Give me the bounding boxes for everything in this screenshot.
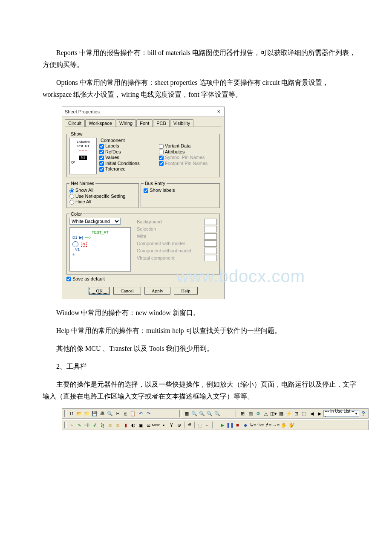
create-component-icon[interactable]: △: [262, 410, 269, 417]
capture-area-icon[interactable]: ⬚: [300, 410, 308, 417]
paragraph-reports: Reports 中常用的报告操作有：bill of materials 电路图使…: [43, 47, 358, 71]
undo-icon[interactable]: ↶: [137, 410, 144, 417]
spreadsheet-icon[interactable]: ▤: [247, 410, 254, 417]
grip-icon[interactable]: [236, 410, 238, 417]
copy-icon[interactable]: ⎘: [122, 410, 129, 417]
swatch-background[interactable]: [204, 219, 217, 225]
save-icon[interactable]: 💾: [91, 410, 98, 417]
stop-icon[interactable]: ■: [234, 422, 241, 429]
diode-icon[interactable]: ⊣⊦: [84, 422, 91, 429]
breakpoint-remove-icon[interactable]: ✋̸: [288, 422, 295, 429]
paste-icon[interactable]: 📋: [130, 410, 137, 417]
in-use-list-select[interactable]: --- In Use List ---▼: [323, 410, 359, 417]
advanced-icon[interactable]: ▪: [160, 422, 167, 429]
step-to-icon[interactable]: →≡: [272, 422, 280, 429]
help-icon[interactable]: ?: [360, 410, 367, 417]
misc-digital-icon[interactable]: ▮: [122, 422, 129, 429]
net-names-group: Net Names Show All Use Net-specific Sett…: [66, 181, 139, 208]
help-button[interactable]: Help: [174, 287, 197, 295]
forward-annotate-icon[interactable]: ▶: [316, 410, 323, 417]
source-icon[interactable]: ÷: [68, 422, 75, 429]
chk-refdes[interactable]: RefDes: [99, 149, 157, 155]
tab-font[interactable]: Font: [136, 119, 153, 127]
zoom-area-icon[interactable]: 🔍: [206, 410, 213, 417]
toolbar-screenshot: 🗋 📂 📁 💾 🖶 🔍 ✂ ⎘ 📋 ↶ ↷ ▦ 🔍 🔍 🔍 🔍 ⊞ ▤ ⚙ △ …: [62, 408, 369, 430]
basic-icon[interactable]: ∿: [76, 422, 83, 429]
radio-net-specific[interactable]: Use Net-specific Setting: [69, 194, 136, 199]
cut-icon[interactable]: ✂: [114, 410, 121, 417]
chk-values[interactable]: Values: [99, 155, 157, 160]
apply-button[interactable]: Apply: [144, 287, 171, 295]
pause-icon[interactable]: ❚❚: [226, 422, 233, 429]
hierarchy-icon[interactable]: ⬚: [196, 422, 203, 429]
chk-attributes[interactable]: Attributes: [159, 149, 217, 155]
chk-footprint-pin-names[interactable]: Footprint Pin Names: [159, 161, 217, 166]
grip-icon[interactable]: [64, 422, 67, 428]
chk-save-default[interactable]: Save as default: [66, 276, 220, 282]
open-icon[interactable]: 📂: [76, 410, 83, 417]
indicator-icon[interactable]: ▣: [137, 422, 144, 429]
tab-workspace[interactable]: Workspace: [85, 119, 115, 127]
ttl-icon[interactable]: ⧈: [107, 422, 114, 429]
rf-icon[interactable]: Y: [168, 422, 175, 429]
electromech-icon[interactable]: ⊕: [176, 422, 183, 429]
erc-icon[interactable]: ⊡: [293, 410, 300, 417]
tab-wiring[interactable]: Wiring: [116, 119, 136, 127]
design-toolbox-icon[interactable]: ⊞: [239, 410, 247, 417]
radio-show-all[interactable]: Show All: [69, 188, 136, 193]
redo-icon[interactable]: ↷: [145, 410, 152, 417]
postprocessor-icon[interactable]: ⚡: [285, 410, 292, 417]
print-preview-icon[interactable]: 🔍: [107, 410, 114, 417]
ok-button[interactable]: OK: [89, 287, 110, 295]
chk-initial-conditions[interactable]: Initial Conditions: [99, 161, 157, 166]
paragraph-other: 其他的像 MCU 、Transfer 以及 Tools 我们很少用到。: [43, 343, 358, 355]
cancel-button[interactable]: Cancel: [113, 287, 141, 295]
chk-bus-show-labels[interactable]: Show labels: [144, 188, 217, 193]
zoom-full-icon[interactable]: 🔍: [214, 410, 221, 417]
analysis-icon[interactable]: ▦: [277, 410, 285, 417]
zoom-in-icon[interactable]: 🔍: [191, 410, 198, 417]
tab-pcb[interactable]: PCB: [153, 119, 170, 127]
zoom-fit-icon[interactable]: ▦: [183, 410, 190, 417]
swatch-virtual[interactable]: [204, 255, 217, 261]
tab-strip: Circuit Workspace Wiring Font PCB Visibi…: [62, 117, 224, 127]
misc-icon[interactable]: MISC: [153, 422, 160, 429]
mixed-icon[interactable]: ◐: [130, 422, 137, 429]
database-manager-icon[interactable]: ⚙: [254, 410, 262, 417]
print-icon[interactable]: 🖶: [99, 410, 106, 417]
swatch-wire[interactable]: [204, 233, 217, 240]
tab-visibility[interactable]: Visibility: [170, 119, 194, 127]
chk-variant-data[interactable]: Variant Data: [159, 143, 217, 149]
open-sample-icon[interactable]: 📁: [84, 410, 91, 417]
step-over-icon[interactable]: ↷≡: [257, 422, 264, 429]
radio-hide-all[interactable]: Hide All: [69, 199, 136, 205]
chk-labels[interactable]: Labels: [99, 143, 157, 149]
swatch-comp-model[interactable]: [204, 240, 217, 247]
chk-symbol-pin-names[interactable]: Symbol Pin Names: [159, 155, 217, 160]
hb-icon[interactable]: ⌐: [204, 422, 211, 429]
pause-at-next-icon[interactable]: ◆: [242, 422, 249, 429]
grip-icon[interactable]: [64, 410, 67, 417]
cmos-icon[interactable]: ⧈: [114, 422, 121, 429]
grip-icon[interactable]: [179, 410, 182, 417]
breakpoint-toggle-icon[interactable]: ✋: [280, 422, 287, 429]
color-scheme-select[interactable]: White Background: [69, 218, 121, 225]
back-annotate-icon[interactable]: ◀: [308, 410, 315, 417]
new-icon[interactable]: 🗋: [68, 410, 75, 417]
run-icon[interactable]: ▶: [219, 422, 226, 429]
close-icon[interactable]: ×: [216, 107, 222, 116]
bus-icon[interactable]: ≡̈: [186, 422, 193, 429]
grapher-icon[interactable]: ◫▾: [270, 410, 277, 417]
power-icon[interactable]: ⊡: [145, 422, 152, 429]
step-into-icon[interactable]: ↳≡: [249, 422, 257, 429]
grip-icon[interactable]: [215, 422, 217, 428]
swatch-selection[interactable]: [204, 226, 217, 232]
tab-circuit[interactable]: Circuit: [65, 119, 85, 127]
step-out-icon[interactable]: ↱≡: [265, 422, 272, 429]
analog-icon[interactable]: ⧎: [99, 422, 106, 429]
zoom-out-icon[interactable]: 🔍: [199, 410, 206, 417]
chk-tolerance[interactable]: Tolerance: [99, 166, 157, 172]
sw-comp-model: Component with model: [137, 241, 185, 246]
swatch-comp-nomodel[interactable]: [204, 248, 217, 254]
transistor-icon[interactable]: ⊀: [91, 422, 98, 429]
